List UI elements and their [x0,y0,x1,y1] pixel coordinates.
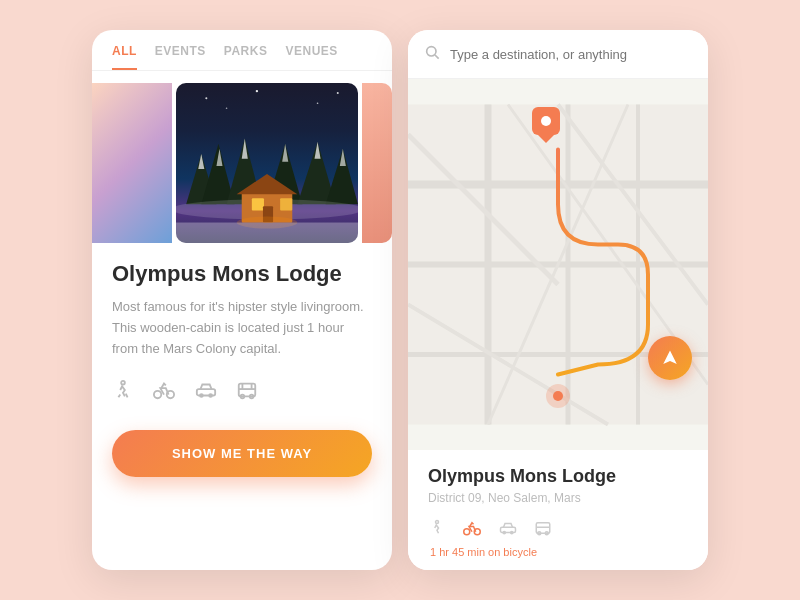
navigate-fab[interactable] [648,336,692,380]
origin-dot [546,384,570,408]
car-icon[interactable] [194,379,218,406]
right-card: Olympus Mons Lodge District 09, Neo Sale… [408,30,708,570]
map-bike-icon[interactable] [462,519,482,542]
svg-point-2 [317,102,319,104]
map-area [408,79,708,450]
map-bus-icon[interactable] [534,519,552,542]
destination-pin-icon [532,107,560,143]
tab-parks[interactable]: PARKS [224,44,268,70]
svg-marker-53 [538,135,554,143]
place-name: Olympus Mons Lodge [112,261,372,287]
svg-rect-21 [252,198,264,210]
svg-point-26 [121,381,125,385]
walk-icon[interactable] [112,379,134,406]
svg-rect-22 [280,198,292,210]
map-transport-icons [428,519,688,542]
svg-point-38 [427,47,436,56]
show-me-the-way-button[interactable]: SHOW ME THE WAY [112,430,372,477]
image-strip [92,83,392,243]
tab-all[interactable]: ALL [112,44,137,70]
map-walk-icon[interactable] [428,519,446,542]
svg-point-56 [464,529,470,535]
place-description: Most famous for it's hipster style livin… [112,297,372,359]
tab-bar: ALL EVENTS PARKS VENUES [92,30,392,71]
svg-point-0 [205,97,207,99]
search-input[interactable] [450,47,692,62]
origin-dot-inner [553,391,563,401]
map-place-name: Olympus Mons Lodge [428,466,688,487]
svg-point-1 [256,90,258,92]
image-left [92,83,172,243]
search-bar [408,30,708,79]
svg-point-4 [226,107,228,109]
image-center [176,83,358,243]
svg-point-55 [436,521,439,524]
svg-point-54 [541,116,551,126]
map-info: Olympus Mons Lodge District 09, Neo Sale… [408,450,708,570]
tab-events[interactable]: EVENTS [155,44,206,70]
map-car-icon[interactable] [498,519,518,542]
left-card: ALL EVENTS PARKS VENUES [92,30,392,570]
tab-venues[interactable]: VENUES [285,44,337,70]
map-place-subtitle: District 09, Neo Salem, Mars [428,491,688,505]
svg-point-27 [154,391,161,398]
svg-point-3 [337,92,339,94]
image-right [362,83,392,243]
travel-time: 1 hr 45 min on bicycle [428,546,688,558]
card-content: Olympus Mons Lodge Most famous for it's … [92,243,392,570]
svg-rect-25 [176,223,358,243]
bike-icon[interactable] [152,379,176,406]
search-icon [424,44,440,64]
transport-icons [112,379,372,406]
bus-icon[interactable] [236,379,258,406]
svg-line-39 [435,55,439,59]
